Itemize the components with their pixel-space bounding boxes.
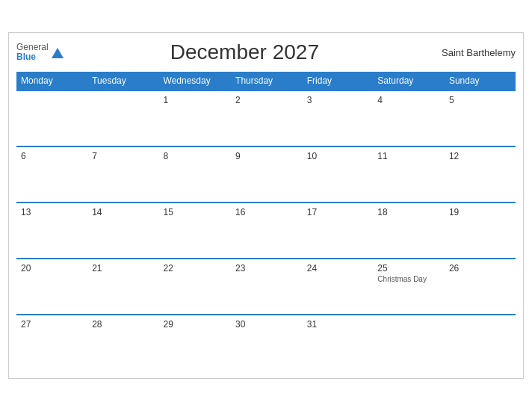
day-number: 20 xyxy=(21,263,83,274)
calendar-day-cell: 28 xyxy=(87,315,158,371)
day-number: 13 xyxy=(21,207,83,217)
calendar-day-cell: 1 xyxy=(159,90,232,146)
calendar-day-cell: 12 xyxy=(445,146,516,203)
calendar-day-cell: 16 xyxy=(231,203,303,259)
calendar-day-cell: 9 xyxy=(231,146,303,203)
day-number: 7 xyxy=(92,151,154,161)
calendar-week-row: 2728293031 xyxy=(16,315,516,371)
col-friday: Friday xyxy=(303,72,374,90)
region-label: Saint Barthelemy xyxy=(426,47,516,58)
day-number: 23 xyxy=(235,263,298,274)
day-number: 19 xyxy=(449,207,511,217)
day-number: 5 xyxy=(449,95,511,105)
calendar-grid: Monday Tuesday Wednesday Thursday Friday… xyxy=(16,72,516,371)
calendar-day-cell: 23 xyxy=(231,259,303,315)
day-number: 17 xyxy=(307,207,369,217)
calendar-day-cell: 26 xyxy=(445,259,516,315)
calendar-day-cell: 4 xyxy=(373,90,445,146)
calendar-day-cell: 11 xyxy=(373,146,445,203)
calendar-day-cell: 6 xyxy=(16,146,87,203)
calendar-header-row: Monday Tuesday Wednesday Thursday Friday… xyxy=(16,72,516,90)
calendar-day-cell: 10 xyxy=(303,146,374,203)
col-tuesday: Tuesday xyxy=(87,72,158,90)
calendar-week-row: 202122232425Christmas Day26 xyxy=(16,259,516,315)
day-number: 8 xyxy=(164,151,227,161)
calendar-day-cell: 31 xyxy=(303,315,374,371)
day-number: 27 xyxy=(21,319,83,330)
day-number: 18 xyxy=(377,207,440,217)
calendar-day-cell: 8 xyxy=(159,146,232,203)
calendar-header: General Blue December 2027 Saint Barthel… xyxy=(16,40,516,64)
day-number: 21 xyxy=(92,263,154,274)
day-number: 3 xyxy=(307,95,369,105)
calendar-day-cell: 24 xyxy=(303,259,374,315)
calendar-week-row: 6789101112 xyxy=(16,146,516,203)
calendar-week-row: 12345 xyxy=(16,90,516,146)
logo-text: General Blue xyxy=(16,43,49,62)
day-number: 31 xyxy=(307,319,369,330)
calendar-day-cell: 30 xyxy=(231,315,303,371)
calendar-day-cell: 7 xyxy=(87,146,158,203)
day-number: 28 xyxy=(92,319,154,330)
day-number: 26 xyxy=(449,263,511,274)
event-label: Christmas Day xyxy=(377,275,440,283)
calendar-body: 1234567891011121314151617181920212223242… xyxy=(16,90,516,371)
col-thursday: Thursday xyxy=(231,72,303,90)
day-number: 6 xyxy=(21,151,83,161)
day-number: 14 xyxy=(92,207,154,217)
calendar-day-cell: 25Christmas Day xyxy=(373,259,445,315)
day-number: 2 xyxy=(235,95,298,105)
day-number: 25 xyxy=(377,263,440,274)
calendar-day-cell: 20 xyxy=(16,259,87,315)
col-wednesday: Wednesday xyxy=(159,72,232,90)
day-number: 12 xyxy=(449,151,511,161)
calendar-title: December 2027 xyxy=(64,40,426,64)
calendar-day-cell: 19 xyxy=(445,203,516,259)
calendar-day-cell: 17 xyxy=(303,203,374,259)
day-number: 15 xyxy=(164,207,227,217)
calendar-day-cell: 3 xyxy=(303,90,374,146)
day-number: 16 xyxy=(235,207,298,217)
day-number: 4 xyxy=(377,95,440,105)
calendar-day-cell: 2 xyxy=(231,90,303,146)
calendar-container: General Blue December 2027 Saint Barthel… xyxy=(8,32,524,379)
calendar-day-cell: 27 xyxy=(16,315,87,371)
day-number: 9 xyxy=(235,151,298,161)
calendar-day-cell xyxy=(16,90,87,146)
calendar-day-cell: 18 xyxy=(373,203,445,259)
calendar-day-cell: 13 xyxy=(16,203,87,259)
day-number: 11 xyxy=(377,151,440,161)
col-sunday: Sunday xyxy=(445,72,516,90)
calendar-day-cell: 15 xyxy=(159,203,232,259)
day-number: 1 xyxy=(164,95,227,105)
day-number: 24 xyxy=(307,263,369,274)
calendar-day-cell: 22 xyxy=(159,259,232,315)
calendar-week-row: 13141516171819 xyxy=(16,203,516,259)
col-saturday: Saturday xyxy=(373,72,445,90)
logo: General Blue xyxy=(16,43,64,62)
calendar-day-cell: 14 xyxy=(87,203,158,259)
calendar-day-cell xyxy=(373,315,445,371)
calendar-day-cell: 29 xyxy=(159,315,232,371)
calendar-day-cell: 5 xyxy=(445,90,516,146)
logo-flag-icon xyxy=(52,48,64,58)
col-monday: Monday xyxy=(16,72,87,90)
logo-blue: Blue xyxy=(16,52,49,62)
calendar-day-cell xyxy=(87,90,158,146)
day-number: 22 xyxy=(164,263,227,274)
day-number: 10 xyxy=(307,151,369,161)
calendar-day-cell: 21 xyxy=(87,259,158,315)
day-number: 30 xyxy=(235,319,298,330)
calendar-day-cell xyxy=(445,315,516,371)
day-number: 29 xyxy=(164,319,227,330)
